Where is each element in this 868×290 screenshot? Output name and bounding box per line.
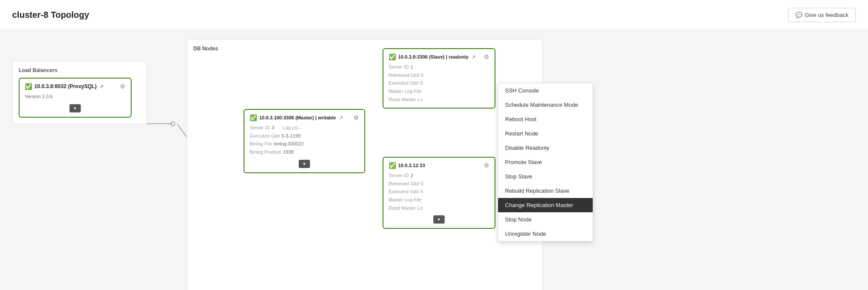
context-menu-item[interactable]: SSH Console <box>498 83 593 98</box>
db-nodes-section: DB Nodes ✅ 10.0.3.100:3306 (Master) | wr… <box>187 39 543 290</box>
context-menu-item[interactable]: Reboot Host <box>498 112 593 126</box>
master-gear-icon[interactable]: ⚙ <box>353 114 359 121</box>
context-menu-item[interactable]: Change Replication Master <box>498 198 593 212</box>
context-menu-item[interactable]: Promote Slave <box>498 155 593 169</box>
slave1-server-id-value: 1 <box>410 64 413 69</box>
slave2-server-id-value: 2 <box>410 173 413 178</box>
check-icon: ✅ <box>25 83 32 90</box>
server-id-label: Server ID <box>250 125 270 130</box>
slave1-title: ✅ 10.0.3.8:3306 (Slave) | readonly ↗ <box>389 53 475 60</box>
slave1-info: Server ID1 Retrieved Gtid S Executed Gti… <box>389 63 489 103</box>
slave2-title: ✅ 10.0.3.12:33 <box>389 162 425 169</box>
binlog-pos-label: Binlog Position <box>250 149 281 155</box>
master-check-icon: ✅ <box>250 114 257 121</box>
main-content: Load Balancers ✅ 10.0.3.8:6032 (ProxySQL… <box>0 30 868 290</box>
context-menu-item[interactable]: Schedule Maintenance Mode <box>498 98 593 112</box>
lag-label: Lag (s) <box>283 125 298 130</box>
slave2-dropdown-btn[interactable]: ▾ <box>433 215 445 224</box>
context-menu-item[interactable]: Restart Node <box>498 126 593 141</box>
master-dropdown-icon: ▾ <box>303 161 306 166</box>
slave1-header: ✅ 10.0.3.8:3306 (Slave) | readonly ↗ ⚙ <box>389 53 489 60</box>
context-menu: SSH ConsoleSchedule Maintenance ModeRebo… <box>498 83 593 241</box>
slave1-master-log-label: Master Log File <box>389 89 422 94</box>
dropdown-icon: ▾ <box>74 105 76 111</box>
context-menu-item[interactable]: Rebuild Replication Slave <box>498 184 593 198</box>
master-header: ✅ 10.0.3.100:3306 (Master) | writable ↗ … <box>250 114 359 121</box>
context-menu-item[interactable]: Stop Slave <box>498 169 593 184</box>
slave2-server-id-label: Server ID <box>389 173 409 178</box>
slave1-gear-icon[interactable]: ⚙ <box>484 53 489 60</box>
load-balancers-section: Load Balancers ✅ 10.0.3.8:6032 (ProxySQL… <box>12 61 147 124</box>
master-dropdown-btn[interactable]: ▾ <box>299 160 310 168</box>
page-title: cluster-8 Topology <box>12 10 89 20</box>
slave1-executed-label: Executed Gtid S <box>389 80 423 86</box>
proxysql-info: Version 1.3.6 <box>25 92 125 101</box>
context-menu-item[interactable]: Disable Readonly <box>498 141 593 155</box>
slave2-master-log-label: Master Log File <box>389 197 422 202</box>
proxysql-node-card: ✅ 10.0.3.8:6032 (ProxySQL) ↗ ⚙ Version 1… <box>19 78 132 118</box>
master-address: 10.0.3.100:3306 (Master) | writable <box>259 115 336 120</box>
lb-section-title: Load Balancers <box>19 67 140 73</box>
proxysql-dropdown-btn[interactable]: ▾ <box>69 104 81 112</box>
slave1-external-link-icon[interactable]: ↗ <box>472 54 475 60</box>
proxysql-header: ✅ 10.0.3.8:6032 (ProxySQL) ↗ ⚙ <box>25 83 125 90</box>
feedback-icon: 💬 <box>795 12 802 18</box>
gtid-value: 0-3-1199 <box>281 133 300 138</box>
slave2-executed-label: Executed Gtid S <box>389 189 423 194</box>
master-external-link-icon[interactable]: ↗ <box>339 115 343 121</box>
binlog-value: binlog.000022 <box>274 141 304 146</box>
server-id-value: 3 <box>271 125 274 130</box>
slave2-node-card: ✅ 10.0.3.12:33 ⚙ Server ID2 Retrieved Gt… <box>383 157 495 229</box>
slave2-address: 10.0.3.12:33 <box>398 163 425 168</box>
slave2-read-master-label: Read Master Lo <box>389 205 422 211</box>
context-menu-item[interactable]: Unregister Node <box>498 227 593 241</box>
slave1-check-icon: ✅ <box>389 53 396 60</box>
external-link-icon[interactable]: ↗ <box>99 84 103 89</box>
slave1-server-id-label: Server ID <box>389 64 409 69</box>
slave1-retrieved-label: Retrieved Gtid S <box>389 72 424 78</box>
lag-value: - <box>300 125 301 130</box>
slave2-header: ✅ 10.0.3.12:33 ⚙ <box>389 162 489 169</box>
slave1-address: 10.0.3.8:3306 (Slave) | readonly <box>398 54 469 59</box>
slave2-check-icon: ✅ <box>389 162 396 169</box>
slave2-retrieved-label: Retrieved Gtid S <box>389 181 424 186</box>
slave1-read-master-label: Read Master Lo <box>389 97 422 102</box>
feedback-button[interactable]: 💬 Give us feedback <box>788 8 856 22</box>
context-menu-list: SSH ConsoleSchedule Maintenance ModeRebo… <box>498 83 593 241</box>
slave2-dropdown-icon: ▾ <box>438 217 440 222</box>
master-title: ✅ 10.0.3.100:3306 (Master) | writable ↗ <box>250 114 343 121</box>
gtid-label: Executed Gtid <box>250 133 280 138</box>
feedback-label: Give us feedback <box>805 12 848 18</box>
version-label: Version <box>25 94 41 99</box>
slave2-gear-icon[interactable]: ⚙ <box>484 162 489 169</box>
top-bar: cluster-8 Topology 💬 Give us feedback <box>0 0 868 30</box>
svg-point-1 <box>171 122 175 126</box>
master-info: Server ID3 Lag (s)- Executed Gtid0-3-119… <box>250 124 359 156</box>
binlog-pos-value: 1938 <box>283 149 294 155</box>
slave2-info: Server ID2 Retrieved Gtid S Executed Gti… <box>389 171 489 212</box>
proxysql-address: 10.0.3.8:6032 (ProxySQL) <box>34 83 96 89</box>
context-menu-item[interactable]: Stop Node <box>498 212 593 227</box>
slave1-node-card: ✅ 10.0.3.8:3306 (Slave) | readonly ↗ ⚙ S… <box>383 48 495 109</box>
proxysql-title: ✅ 10.0.3.8:6032 (ProxySQL) ↗ <box>25 83 103 90</box>
version-value: 1.3.6 <box>42 94 53 99</box>
proxysql-gear-icon[interactable]: ⚙ <box>120 83 125 90</box>
binlog-label: Binlog File <box>250 141 272 146</box>
master-node-card: ✅ 10.0.3.100:3306 (Master) | writable ↗ … <box>244 109 365 173</box>
